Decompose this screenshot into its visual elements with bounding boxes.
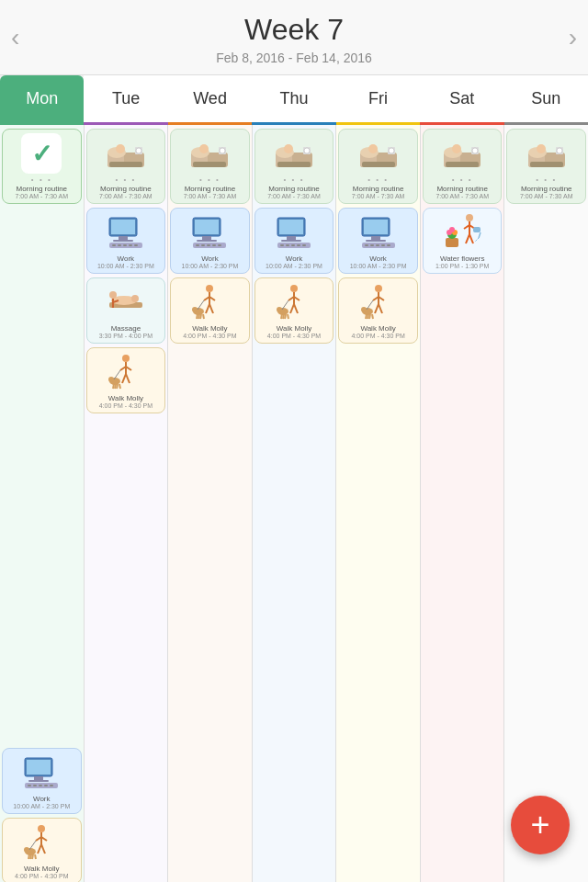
svg-rect-134 xyxy=(381,244,385,246)
event-morning-mon[interactable]: • • • Morning routine 7:00 AM - 7:30 AM xyxy=(2,129,82,204)
computer-icon-tue xyxy=(106,212,146,253)
svg-point-156 xyxy=(466,214,473,221)
next-week-button[interactable]: › xyxy=(558,23,588,52)
svg-rect-128 xyxy=(371,236,380,240)
morning-icon-fri xyxy=(358,133,399,174)
event-time-water-sat: 1:00 PM - 1:30 PM xyxy=(425,263,500,269)
event-walk-fri[interactable]: Walk Molly 4:00 PM - 4:30 PM xyxy=(338,277,418,344)
svg-point-53 xyxy=(108,377,114,382)
svg-line-18 xyxy=(28,854,29,859)
event-morning-sun[interactable]: • • • Morning routine 7:00 AM - 7:30 AM xyxy=(506,129,586,204)
svg-rect-93 xyxy=(277,162,311,167)
svg-point-10 xyxy=(38,825,45,832)
svg-line-163 xyxy=(479,232,481,238)
day-col-mon: • • • Morning routine 7:00 AM - 7:30 AM xyxy=(0,125,85,882)
event-work-thu[interactable]: Work 10:00 AM - 2:30 PM xyxy=(254,208,334,274)
event-work-mon[interactable]: Work 10:00 AM - 2:30 PM xyxy=(2,748,82,814)
svg-rect-1 xyxy=(27,760,51,775)
event-label-walk-mon: Walk Molly xyxy=(5,865,79,873)
event-time-work-wed: 10:00 AM - 2:30 PM xyxy=(173,263,247,269)
svg-line-80 xyxy=(206,304,209,313)
event-label-morning-sun: Morning routine xyxy=(509,185,583,193)
day-header-tue[interactable]: Tue xyxy=(84,75,167,125)
event-time-morning-tue: 7:00 AM - 7:30 AM xyxy=(89,193,164,199)
svg-rect-67 xyxy=(195,220,219,234)
event-dots-morning-sat: • • • xyxy=(425,175,500,184)
walk-icon-wed xyxy=(189,282,230,322)
massage-icon-tue xyxy=(106,282,146,322)
svg-rect-132 xyxy=(370,244,374,246)
day-header-mon[interactable]: Mon xyxy=(0,75,84,125)
day-header-sat[interactable]: Sat xyxy=(420,75,503,125)
day-col-sun: • • • Morning routine 7:00 AM - 7:30 AM xyxy=(504,125,588,882)
event-label-water-sat: Water flowers xyxy=(425,254,500,263)
svg-rect-162 xyxy=(473,227,481,232)
event-walk-thu[interactable]: Walk Molly 4:00 PM - 4:30 PM xyxy=(254,277,334,344)
svg-line-147 xyxy=(372,314,373,319)
day-col-sat: • • • Morning routine 7:00 AM - 7:30 AM xyxy=(421,125,505,882)
day-col-fri: • • • Morning routine 7:00 AM - 7:30 AM xyxy=(336,125,421,882)
svg-point-169 xyxy=(449,227,455,232)
svg-line-85 xyxy=(198,314,199,319)
event-label-work-thu: Work xyxy=(257,254,332,263)
svg-rect-27 xyxy=(109,162,142,167)
morning-icon-wed xyxy=(189,133,230,174)
computer-icon-thu xyxy=(274,212,314,253)
day-header-fri[interactable]: Fri xyxy=(336,75,420,125)
svg-line-51 xyxy=(126,374,130,383)
event-water-sat[interactable]: Water flowers 1:00 PM - 1:30 PM xyxy=(423,208,503,274)
svg-point-76 xyxy=(206,285,213,292)
prev-week-button[interactable]: ‹ xyxy=(0,23,30,52)
day-header-sun[interactable]: Sun xyxy=(504,75,588,125)
event-morning-sat[interactable]: • • • Morning routine 7:00 AM - 7:30 AM xyxy=(423,129,503,204)
event-massage-tue[interactable]: Massage 3:30 PM - 4:00 PM xyxy=(86,277,166,344)
svg-rect-3 xyxy=(28,780,49,782)
day-header-thu[interactable]: Thu xyxy=(252,75,335,125)
svg-line-19 xyxy=(30,854,31,859)
day-header-wed[interactable]: Wed xyxy=(168,75,252,125)
event-work-wed[interactable]: Work 10:00 AM - 2:30 PM xyxy=(170,208,250,274)
svg-point-62 xyxy=(199,144,209,153)
svg-line-146 xyxy=(369,314,370,319)
svg-line-110 xyxy=(290,304,294,313)
event-morning-wed[interactable]: • • • Morning routine 7:00 AM - 7:30 AM xyxy=(170,129,250,204)
event-walk-mon[interactable]: Walk Molly 4:00 PM - 4:30 PM xyxy=(2,818,82,882)
checkmark-icon-mon xyxy=(21,133,62,174)
svg-point-122 xyxy=(368,144,378,153)
walk-icon-tue xyxy=(106,352,146,392)
svg-point-95 xyxy=(304,148,310,153)
event-work-fri[interactable]: Work 10:00 AM - 2:30 PM xyxy=(338,208,418,274)
event-time-morning-sun: 7:00 AM - 7:30 AM xyxy=(509,193,583,199)
svg-point-125 xyxy=(389,148,394,153)
event-dots-morning-mon: • • • xyxy=(5,175,79,184)
event-dots-morning-thu: • • • xyxy=(257,175,332,184)
event-dots-morning-fri: • • • xyxy=(341,175,415,184)
svg-point-176 xyxy=(557,148,562,153)
event-label-walk-wed: Walk Molly xyxy=(173,324,247,333)
event-dots-morning-wed: • • • xyxy=(173,175,247,184)
add-event-button[interactable]: + xyxy=(511,796,570,854)
event-label-walk-tue: Walk Molly xyxy=(89,394,164,402)
svg-rect-97 xyxy=(279,220,303,234)
event-morning-tue[interactable]: • • • Morning routine 7:00 AM - 7:30 AM xyxy=(86,129,166,204)
svg-rect-69 xyxy=(197,240,217,242)
svg-rect-38 xyxy=(129,244,132,246)
svg-rect-165 xyxy=(446,238,458,247)
event-work-tue[interactable]: Work 10:00 AM - 2:30 PM xyxy=(86,208,166,274)
svg-point-43 xyxy=(109,291,117,299)
svg-rect-133 xyxy=(376,244,379,246)
svg-line-57 xyxy=(119,384,120,389)
svg-line-164 xyxy=(475,238,479,242)
svg-rect-104 xyxy=(297,244,300,246)
computer-icon-mon xyxy=(21,752,62,793)
morning-icon-sun xyxy=(526,133,567,174)
event-time-morning-wed: 7:00 AM - 7:30 AM xyxy=(173,193,247,199)
svg-rect-98 xyxy=(287,236,296,240)
event-morning-fri[interactable]: • • • Morning routine 7:00 AM - 7:30 AM xyxy=(338,129,418,204)
svg-rect-7 xyxy=(39,785,42,786)
event-walk-tue[interactable]: Walk Molly 4:00 PM - 4:30 PM xyxy=(86,347,166,413)
event-morning-thu[interactable]: • • • Morning routine 7:00 AM - 7:30 AM xyxy=(254,129,334,204)
event-label-morning-tue: Morning routine xyxy=(89,185,164,193)
event-walk-wed[interactable]: Walk Molly 4:00 PM - 4:30 PM xyxy=(170,277,250,344)
svg-point-29 xyxy=(136,148,141,153)
